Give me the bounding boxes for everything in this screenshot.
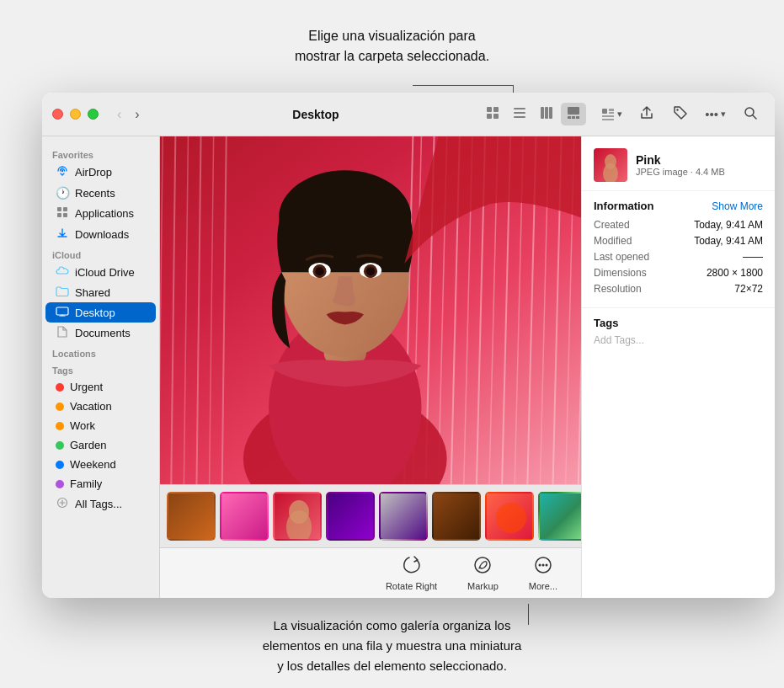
svg-rect-10: [568, 107, 579, 115]
svg-rect-68: [381, 493, 428, 541]
info-filetype: JPEG image · 4.4 MB: [636, 167, 725, 177]
downloads-label: Downloads: [75, 228, 129, 241]
thumbnail-strip: [160, 484, 581, 547]
add-tags-placeholder[interactable]: Add Tags...: [594, 334, 763, 346]
sidebar-item-recents[interactable]: 🕐 Recents: [45, 183, 156, 203]
svg-rect-25: [63, 213, 67, 217]
callout-bottom-line2: elementos en una fila y muestra una mini…: [263, 636, 522, 656]
svg-rect-24: [57, 213, 61, 217]
callout-bottom-line1: La visualización como galería organiza l…: [274, 616, 511, 636]
icloud-section-label: iCloud: [42, 245, 159, 262]
minimize-button[interactable]: [70, 109, 81, 120]
markup-tool[interactable]: Markup: [461, 552, 505, 595]
content-area: Rotate Right Markup: [160, 136, 581, 598]
svg-rect-3: [493, 114, 499, 119]
search-button[interactable]: [736, 101, 765, 127]
gallery-main-image[interactable]: [160, 136, 581, 484]
info-header: Pink JPEG image · 4.4 MB: [582, 136, 775, 191]
created-key: Created: [594, 219, 630, 231]
svg-rect-18: [602, 119, 614, 120]
resolution-key: Resolution: [594, 283, 642, 295]
thumbnail-8[interactable]: [538, 492, 581, 541]
sidebar-item-urgent[interactable]: Urgent: [45, 377, 156, 397]
show-more-button[interactable]: Show More: [712, 200, 763, 212]
tag-button[interactable]: [666, 101, 695, 127]
finder-window: ‹ › Desktop: [42, 93, 775, 598]
close-button[interactable]: [52, 109, 63, 120]
dimensions-key: Dimensions: [594, 267, 647, 279]
vacation-tag-dot: [56, 403, 64, 411]
sidebar-item-weekend[interactable]: Weekend: [45, 455, 156, 474]
gallery-view-button[interactable]: [561, 103, 586, 125]
svg-rect-12: [572, 116, 575, 119]
thumbnail-6[interactable]: [432, 492, 481, 541]
svg-rect-1: [493, 107, 499, 112]
svg-rect-69: [434, 493, 481, 541]
svg-rect-11: [568, 116, 571, 119]
callout-bottom-line3: y los detalles del elemento seleccionado…: [277, 656, 507, 676]
recents-icon: 🕐: [56, 186, 69, 200]
sidebar-item-documents[interactable]: Documents: [45, 323, 156, 344]
downloads-icon: [56, 227, 69, 242]
thumbnail-3[interactable]: [273, 492, 322, 541]
sidebar-item-shared[interactable]: Shared: [45, 282, 156, 302]
more-icon: [534, 556, 552, 579]
svg-rect-62: [168, 493, 216, 541]
last-opened-value: ——: [743, 251, 763, 263]
rotate-right-icon: [403, 556, 421, 579]
thumbnail-2[interactable]: [220, 492, 269, 541]
resolution-value: 72×72: [734, 283, 763, 295]
svg-point-82: [545, 563, 547, 566]
dimensions-value: 2800 × 1800: [707, 267, 763, 279]
gallery-container: [160, 136, 581, 547]
info-thumbnail: [594, 148, 627, 182]
svg-point-61: [366, 267, 375, 275]
last-opened-key: Last opened: [594, 251, 649, 263]
more-tool[interactable]: More...: [522, 552, 564, 595]
toolbar-right: ▾ ••• ▾: [596, 101, 765, 127]
thumbnail-4[interactable]: [326, 492, 375, 541]
forward-button[interactable]: ›: [130, 104, 144, 125]
sidebar-item-applications[interactable]: Applications: [45, 203, 156, 224]
last-opened-row: Last opened ——: [594, 251, 763, 263]
tags-title: Tags: [594, 317, 763, 329]
view-buttons: [480, 103, 586, 125]
sidebar-item-downloads[interactable]: Downloads: [45, 224, 156, 245]
more-options-button[interactable]: ••• ▾: [700, 104, 731, 125]
thumbnail-5[interactable]: [379, 492, 428, 541]
sidebar-item-family[interactable]: Family: [45, 474, 156, 493]
svg-rect-67: [328, 493, 375, 541]
sidebar-item-desktop[interactable]: Desktop: [45, 302, 156, 323]
svg-rect-72: [540, 493, 581, 541]
maximize-button[interactable]: [88, 109, 99, 120]
tags-section: Tags Add Tags...: [582, 308, 775, 355]
information-section: Information Show More Created Today, 9:4…: [582, 191, 775, 308]
sidebar-item-vacation[interactable]: Vacation: [45, 397, 156, 416]
sidebar-item-airdrop[interactable]: AirDrop: [45, 162, 156, 183]
thumbnail-1[interactable]: [167, 492, 216, 541]
recents-label: Recents: [75, 187, 115, 200]
icon-view-button[interactable]: [480, 103, 505, 125]
sidebar-item-all-tags[interactable]: All Tags...: [45, 493, 156, 515]
sidebar-item-work[interactable]: Work: [45, 416, 156, 435]
applications-icon: [56, 206, 69, 221]
sidebar-item-garden[interactable]: Garden: [45, 435, 156, 455]
dimensions-row: Dimensions 2800 × 1800: [594, 267, 763, 279]
callout-bottom: La visualización como galería organiza l…: [0, 604, 784, 688]
group-view-button[interactable]: ▾: [596, 104, 627, 125]
share-button[interactable]: [632, 101, 661, 127]
sidebar-item-icloud-drive[interactable]: iCloud Drive: [45, 262, 156, 282]
rotate-right-tool[interactable]: Rotate Right: [379, 552, 444, 595]
rotate-right-label: Rotate Right: [386, 581, 437, 591]
callout-bottom-line-up: [528, 604, 529, 625]
urgent-tag-dot: [56, 383, 64, 392]
thumbnail-7[interactable]: [485, 492, 534, 541]
icloud-icon: [56, 265, 69, 279]
all-tags-label: All Tags...: [75, 498, 122, 510]
family-label: Family: [70, 477, 102, 490]
list-view-button[interactable]: [507, 103, 532, 125]
svg-rect-2: [487, 114, 492, 119]
back-button[interactable]: ‹: [112, 104, 126, 125]
documents-label: Documents: [75, 327, 131, 339]
column-view-button[interactable]: [534, 103, 559, 125]
